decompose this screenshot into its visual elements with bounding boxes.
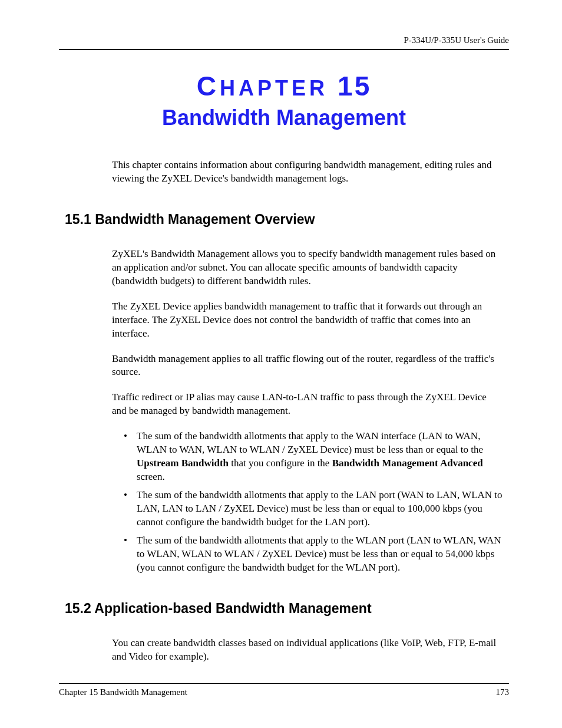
- guide-title: P-334U/P-335U User's Guide: [404, 35, 509, 45]
- bold-upstream-bandwidth: Upstream Bandwidth: [137, 457, 229, 469]
- section1-p4: Traffic redirect or IP alias may cause L…: [112, 391, 503, 418]
- chapter-number: 15: [338, 71, 371, 101]
- chapter-label: CHAPTER 15: [59, 70, 509, 102]
- chapter-label-rest: HAPTER: [220, 76, 328, 100]
- list-item: • The sum of the bandwidth allotments th…: [124, 430, 503, 484]
- section2-p1: You can create bandwidth classes based o…: [112, 637, 503, 664]
- bullet-text-1: The sum of the bandwidth allotments that…: [137, 430, 503, 484]
- bullet-icon: •: [124, 489, 137, 529]
- bullet-text-2: The sum of the bandwidth allotments that…: [137, 489, 503, 529]
- section1-p2: The ZyXEL Device applies bandwidth manag…: [112, 300, 503, 341]
- bullet-icon: •: [124, 430, 137, 484]
- section1-p3: Bandwidth management applies to all traf…: [112, 353, 503, 380]
- footer-chapter-label: Chapter 15 Bandwidth Management: [59, 687, 187, 697]
- section1-p1: ZyXEL's Bandwidth Management allows you …: [112, 248, 503, 288]
- section-heading-15-1: 15.1 Bandwidth Management Overview: [65, 212, 509, 228]
- chapter-title: Bandwidth Management: [59, 106, 509, 130]
- bullet-icon: •: [124, 534, 137, 575]
- section-heading-15-2: 15.2 Application-based Bandwidth Managem…: [65, 601, 509, 617]
- bullet-text-3: The sum of the bandwidth allotments that…: [137, 534, 503, 575]
- list-item: • The sum of the bandwidth allotments th…: [124, 489, 503, 529]
- footer-page-number: 173: [496, 687, 510, 697]
- section1-bullet-list: • The sum of the bandwidth allotments th…: [124, 430, 503, 574]
- list-item: • The sum of the bandwidth allotments th…: [124, 534, 503, 575]
- chapter-intro: This chapter contains information about …: [112, 159, 503, 186]
- page-footer: Chapter 15 Bandwidth Management 173: [59, 683, 509, 697]
- page-header: P-334U/P-335U User's Guide: [59, 35, 509, 50]
- bold-bandwidth-management-advanced: Bandwidth Management Advanced: [332, 457, 483, 469]
- chapter-label-prefix: C: [197, 71, 220, 101]
